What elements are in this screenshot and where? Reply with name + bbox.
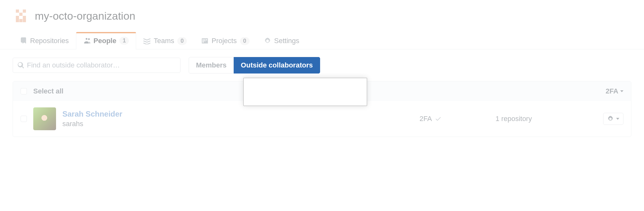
- row-checkbox[interactable]: [21, 116, 27, 122]
- outside-collaborators-button[interactable]: Outside collaborators: [234, 57, 320, 74]
- tab-projects[interactable]: Projects 0: [194, 32, 257, 49]
- projects-icon: [201, 37, 208, 44]
- gear-icon: [264, 37, 271, 44]
- tab-label: Projects: [212, 37, 237, 45]
- org-header: my-octo-organization: [0, 0, 644, 24]
- tab-teams[interactable]: Teams 0: [136, 32, 194, 49]
- org-name[interactable]: my-octo-organization: [35, 10, 135, 22]
- caret-down-icon: [616, 118, 619, 120]
- twofa-label: 2FA: [420, 115, 432, 123]
- people-icon: [83, 37, 90, 44]
- tab-repositories[interactable]: Repositories: [13, 32, 76, 49]
- search-icon: [17, 62, 24, 69]
- teams-icon: [143, 37, 150, 44]
- search-field[interactable]: [13, 58, 180, 73]
- tab-label: Settings: [274, 37, 300, 45]
- filter-bar: Members Outside collaborators: [0, 49, 644, 81]
- user-repo-count[interactable]: 1 repository: [496, 115, 603, 123]
- tab-label: Repositories: [30, 37, 69, 45]
- tab-people[interactable]: People 1: [76, 32, 136, 49]
- org-tabs: Repositories People 1 Teams 0 Projects 0…: [0, 24, 644, 49]
- user-login: sarahs: [62, 120, 265, 128]
- filter-2fa-label: 2FA: [606, 87, 618, 95]
- repo-icon: [20, 37, 27, 44]
- user-name-link[interactable]: Sarah Schneider: [62, 110, 265, 118]
- select-all-label: Select all: [33, 87, 63, 95]
- row-settings-button[interactable]: [603, 113, 623, 125]
- caret-down-icon: [620, 90, 623, 92]
- tab-counter: 1: [119, 37, 129, 45]
- tab-counter: 0: [240, 37, 249, 45]
- check-icon: [435, 116, 441, 122]
- select-all-checkbox[interactable]: [21, 88, 27, 94]
- tab-settings[interactable]: Settings: [257, 32, 307, 49]
- tab-counter: 0: [177, 37, 187, 45]
- user-2fa-status: 2FA: [420, 115, 496, 123]
- collaborators-list: Select all 2FA Sarah Schneider sarahs 2F…: [13, 81, 631, 137]
- filter-2fa-dropdown[interactable]: 2FA: [606, 87, 623, 95]
- people-type-segmented: Members Outside collaborators: [189, 57, 320, 74]
- members-button[interactable]: Members: [189, 57, 234, 74]
- list-item: Sarah Schneider sarahs 2FA 1 repository: [13, 101, 631, 137]
- avatar[interactable]: [33, 107, 56, 130]
- tab-label: Teams: [154, 37, 174, 45]
- list-header: Select all 2FA: [13, 81, 631, 101]
- gear-icon: [607, 116, 614, 122]
- tab-label: People: [93, 37, 116, 45]
- search-input[interactable]: [27, 61, 176, 69]
- org-avatar-icon: [13, 8, 29, 24]
